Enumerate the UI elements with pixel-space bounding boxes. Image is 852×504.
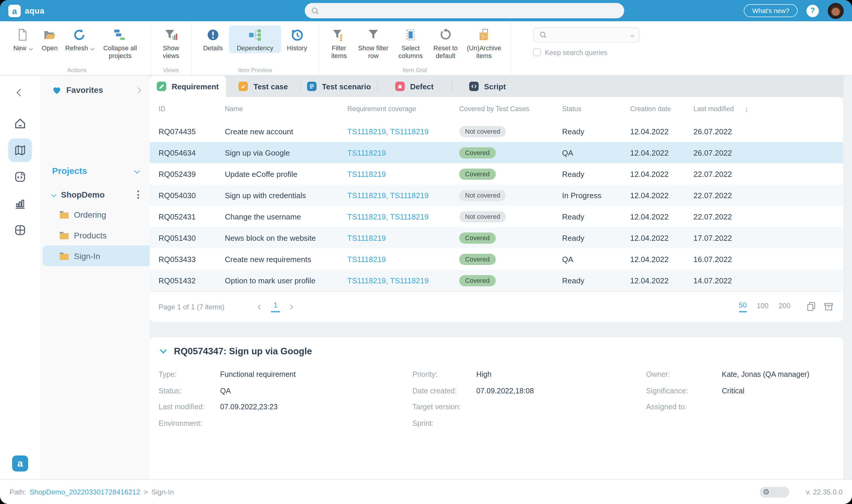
table-row-selected[interactable]: RQ054634 Sign up via Google TS1118219 Co… xyxy=(150,142,843,163)
collapse-projects-icon xyxy=(113,27,127,42)
grid-search-input[interactable] xyxy=(533,27,639,42)
project-node-shopdemo[interactable]: ShopDemo xyxy=(52,190,144,199)
new-button[interactable]: New xyxy=(9,25,36,53)
whats-new-button[interactable]: What's new? xyxy=(744,4,798,17)
table-row[interactable]: RQ051432 Option to mark user profile TS1… xyxy=(150,270,843,291)
tab-label: Test case xyxy=(254,82,288,91)
unarchive-items-button[interactable]: (Un)Archive items xyxy=(463,25,505,60)
favorites-row[interactable]: Favorites xyxy=(52,85,144,95)
prev-page-icon[interactable] xyxy=(258,304,263,309)
global-search-input[interactable] xyxy=(305,3,624,18)
dependency-button[interactable]: Dependency xyxy=(229,25,281,53)
ribbon-group-item-preview: Details Dependency History Item Preview xyxy=(192,21,319,75)
table-row[interactable]: RQ052439 Update eCoffe profile TS1118219… xyxy=(150,163,843,184)
col-coverage[interactable]: Requirement coverage xyxy=(347,105,459,112)
tab-script[interactable]: Script xyxy=(452,76,523,97)
row-name: Option to mark user profile xyxy=(225,276,347,285)
dependency-label: Dependency xyxy=(237,44,273,52)
folder-item-sign-in[interactable]: Sign-In xyxy=(42,246,150,266)
open-button[interactable]: Open xyxy=(36,25,63,53)
collapse-all-projects-button[interactable]: Collapse all projects xyxy=(95,25,145,60)
covered-badge: Not covered xyxy=(459,211,506,222)
tab-test-scenario[interactable]: Test scenario xyxy=(301,76,377,97)
tab-requirement[interactable]: Requirement xyxy=(150,76,226,97)
details-button[interactable]: Details xyxy=(197,25,229,53)
field-label: Significance: xyxy=(646,386,722,395)
reset-to-default-button[interactable]: Reset to default xyxy=(428,25,463,60)
coverage-link[interactable]: TS1118219 xyxy=(347,255,386,264)
sort-desc-icon[interactable]: ↓ xyxy=(745,104,748,113)
col-name[interactable]: Name xyxy=(225,105,347,112)
help-icon[interactable]: ? xyxy=(806,4,819,17)
tab-label: Script xyxy=(484,82,506,91)
collapse-sidebar-icon[interactable] xyxy=(16,89,24,96)
page-size-200[interactable]: 200 xyxy=(779,302,791,312)
row-created: 12.04.2022 xyxy=(630,169,693,178)
row-modified: 26.07.2022 xyxy=(693,148,843,157)
collapse-detail-icon[interactable] xyxy=(159,347,168,356)
col-id[interactable]: ID xyxy=(159,105,225,112)
folder-label: Ordering xyxy=(74,210,106,219)
chevron-down-icon[interactable] xyxy=(134,168,140,174)
filter-items-label: Filter items xyxy=(325,44,352,59)
projects-header[interactable]: Projects xyxy=(52,166,144,176)
col-status[interactable]: Status xyxy=(562,105,630,112)
table-row[interactable]: RQ051430 News block on the website TS111… xyxy=(150,227,843,249)
folder-item-ordering[interactable]: Ordering xyxy=(42,204,150,225)
field-label: Assigned to: xyxy=(646,403,722,411)
page-size-100[interactable]: 100 xyxy=(757,302,768,312)
coverage-link[interactable]: TS1118219 xyxy=(347,148,386,157)
chevron-down-icon[interactable] xyxy=(52,192,56,197)
history-button[interactable]: History xyxy=(281,25,313,53)
coverage-link[interactable]: TS1118219 xyxy=(347,169,386,178)
pagination-bar: Page 1 of 1 (7 items) 1 50 100 200 xyxy=(150,291,843,322)
row-name: Create new account xyxy=(225,127,347,136)
coverage-link[interactable]: TS1118219, TS1118219 xyxy=(347,127,429,136)
table-row[interactable]: RQ054030 Sign up with credentials TS1118… xyxy=(150,184,843,206)
table-row[interactable]: RQ074435 Create new account TS1118219, T… xyxy=(150,121,843,142)
col-created[interactable]: Creation date xyxy=(630,105,693,112)
col-covered[interactable]: Covered by Test Cases xyxy=(459,105,562,112)
copy-icon[interactable] xyxy=(806,301,817,312)
show-views-button[interactable]: Show views xyxy=(156,25,186,60)
filter-items-button[interactable]: Filter items xyxy=(324,25,354,60)
search-icon xyxy=(539,31,547,39)
field-value: Functional requirement xyxy=(220,370,412,379)
next-page-icon[interactable] xyxy=(288,304,293,309)
coverage-link[interactable]: TS1118219, TS1118219 xyxy=(347,212,429,221)
current-page[interactable]: 1 xyxy=(271,301,280,312)
rail-item-automation[interactable] xyxy=(8,165,32,189)
rail-item-home[interactable] xyxy=(8,112,32,136)
archive-box-icon[interactable] xyxy=(823,301,834,312)
row-modified: 16.07.2022 xyxy=(693,255,843,264)
table-row[interactable]: RQ052431 Change the username TS1118219, … xyxy=(150,206,843,227)
show-filter-row-button[interactable]: Show filter row xyxy=(354,25,393,60)
row-id: RQ053433 xyxy=(159,255,225,264)
settings-toggle[interactable]: ⚙ xyxy=(760,487,789,497)
page-size-50[interactable]: 50 xyxy=(739,301,747,312)
folder-item-products[interactable]: Products xyxy=(42,225,150,246)
keep-search-queries-checkbox[interactable] xyxy=(533,49,541,56)
field-label: Owner: xyxy=(646,370,722,379)
rail-item-dashboard[interactable] xyxy=(8,218,32,242)
col-modified[interactable]: Last modified xyxy=(693,105,734,112)
avatar[interactable] xyxy=(828,3,844,19)
table-row[interactable]: RQ053433 Create new requirements TS11182… xyxy=(150,249,843,270)
row-id: RQ054634 xyxy=(159,148,225,157)
coverage-link[interactable]: TS1118219, TS1118219 xyxy=(347,276,429,285)
history-label: History xyxy=(287,44,307,52)
path-project-link[interactable]: ShopDemo_202203301728416212 xyxy=(30,488,140,496)
row-modified: 22.07.2022 xyxy=(693,169,843,178)
chevron-right-icon[interactable] xyxy=(135,87,141,93)
row-name: News block on the website xyxy=(225,233,347,242)
kebab-menu-icon[interactable] xyxy=(137,191,139,199)
row-status: Ready xyxy=(562,169,630,178)
tab-defect[interactable]: Defect xyxy=(378,76,451,97)
tab-test-case[interactable]: Test case xyxy=(226,76,301,97)
coverage-link[interactable]: TS1118219 xyxy=(347,233,386,242)
rail-item-projects[interactable] xyxy=(8,139,32,162)
select-columns-button[interactable]: Select columns xyxy=(393,25,428,60)
refresh-button[interactable]: Refresh xyxy=(63,25,95,53)
rail-item-reports[interactable] xyxy=(8,192,32,215)
coverage-link[interactable]: TS1118219, TS1118219 xyxy=(347,191,429,200)
